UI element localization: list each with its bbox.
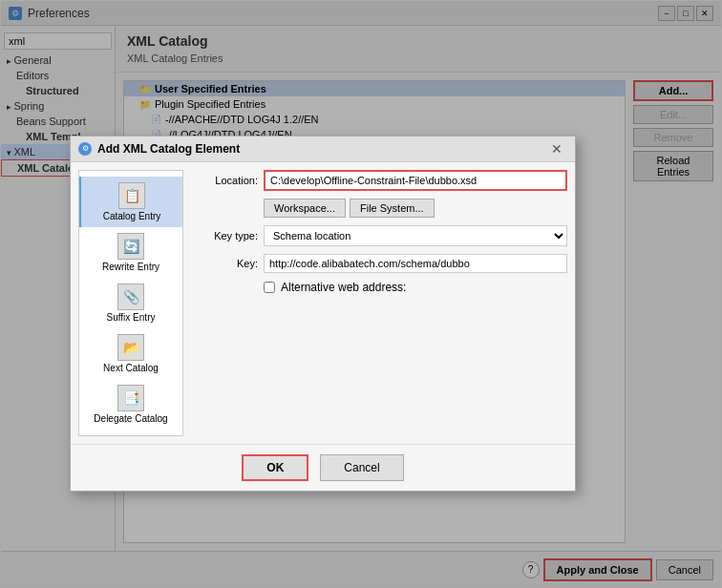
suffix-entry-icon: 📎 xyxy=(117,284,144,310)
location-row: Location: xyxy=(191,170,567,191)
key-type-row: Key type: Schema location Public ID Name… xyxy=(191,225,567,246)
next-catalog-item[interactable]: 📂 Next Catalog xyxy=(79,328,182,379)
next-catalog-icon: 📂 xyxy=(117,334,144,361)
workspace-button[interactable]: Workspace... xyxy=(264,199,346,218)
dialog-title-left: ⚙ Add XML Catalog Element xyxy=(78,142,240,156)
delegate-catalog-item[interactable]: 📑 Delegate Catalog xyxy=(79,379,182,430)
filesystem-button[interactable]: File System... xyxy=(350,199,435,218)
main-window: ⚙ Preferences − □ ✕ General Editors Stru… xyxy=(0,0,722,588)
suffix-entry-label: Suffix Entry xyxy=(107,312,156,323)
location-input[interactable] xyxy=(264,170,567,191)
suffix-entry-item[interactable]: 📎 Suffix Entry xyxy=(79,278,182,328)
dialog-title: Add XML Catalog Element xyxy=(97,142,240,156)
delegate-catalog-icon: 📑 xyxy=(117,385,144,411)
dialog-form: Location: Workspace... File System... Ke… xyxy=(191,170,567,436)
rewrite-entry-item[interactable]: 🔄 Rewrite Entry xyxy=(79,227,182,278)
rewrite-entry-label: Rewrite Entry xyxy=(102,262,159,272)
dialog-icon: ⚙ xyxy=(78,142,92,156)
dialog-overlay: ⚙ Add XML Catalog Element ✕ 📋 Catalog En… xyxy=(1,1,721,587)
dialog-close-button[interactable]: ✕ xyxy=(546,140,567,158)
rewrite-entry-icon: 🔄 xyxy=(117,233,144,260)
key-label: Key: xyxy=(191,258,258,269)
next-catalog-label: Next Catalog xyxy=(103,363,159,373)
location-label: Location: xyxy=(191,175,258,186)
alt-web-checkbox[interactable] xyxy=(264,282,275,293)
delegate-catalog-label: Delegate Catalog xyxy=(94,413,167,424)
key-type-label: Key type: xyxy=(191,230,258,242)
catalog-entry-label: Catalog Entry xyxy=(103,211,161,221)
catalog-entry-item[interactable]: 📋 Catalog Entry xyxy=(79,177,182,227)
alt-web-row: Alternative web address: xyxy=(191,281,567,294)
cancel-button[interactable]: Cancel xyxy=(320,454,403,481)
location-sub-row: Workspace... File System... xyxy=(191,199,567,218)
key-input[interactable] xyxy=(264,254,567,273)
key-row: Key: xyxy=(191,254,567,273)
alt-web-label: Alternative web address: xyxy=(281,281,406,294)
dialog-body: 📋 Catalog Entry 🔄 Rewrite Entry 📎 Suffix… xyxy=(71,162,575,444)
catalog-entry-icon: 📋 xyxy=(118,182,145,209)
entry-types-panel: 📋 Catalog Entry 🔄 Rewrite Entry 📎 Suffix… xyxy=(78,170,183,436)
add-xml-catalog-dialog: ⚙ Add XML Catalog Element ✕ 📋 Catalog En… xyxy=(70,136,576,492)
key-type-select[interactable]: Schema location Public ID Namespace Name xyxy=(264,225,567,246)
ok-button[interactable]: OK xyxy=(242,454,308,481)
dialog-footer: OK Cancel xyxy=(71,444,575,491)
dialog-title-bar: ⚙ Add XML Catalog Element ✕ xyxy=(71,136,575,162)
